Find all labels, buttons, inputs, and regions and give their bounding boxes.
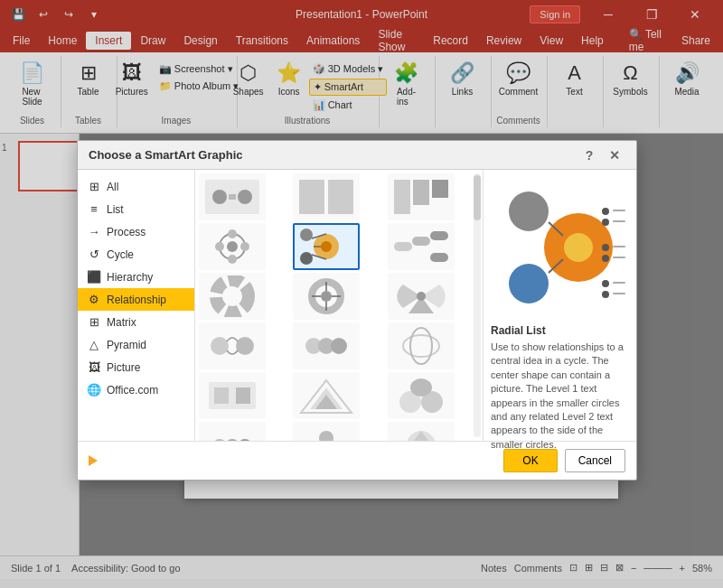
svg-point-10 bbox=[227, 241, 238, 252]
cat-relationship-label: Relationship bbox=[107, 294, 166, 306]
dialog-title: Choose a SmartArt Graphic bbox=[89, 148, 243, 162]
svg-point-57 bbox=[509, 264, 549, 303]
grid-item-8[interactable] bbox=[293, 273, 360, 320]
dialog-title-controls: ? ✕ bbox=[578, 145, 625, 166]
svg-rect-68 bbox=[613, 257, 625, 258]
ok-label: OK bbox=[522, 454, 538, 467]
grid-item-4[interactable] bbox=[199, 223, 266, 270]
svg-point-63 bbox=[602, 219, 609, 226]
grid-item-1[interactable] bbox=[199, 173, 266, 220]
picture-icon: 🖼 bbox=[87, 360, 101, 374]
svg-rect-8 bbox=[432, 180, 448, 198]
dialog-close-button[interactable]: ✕ bbox=[604, 145, 625, 166]
svg-rect-66 bbox=[613, 246, 625, 247]
grid-scroll bbox=[199, 173, 479, 441]
svg-point-67 bbox=[602, 255, 609, 262]
svg-rect-25 bbox=[430, 253, 448, 262]
svg-point-46 bbox=[410, 378, 432, 397]
category-panel: ⊞ All ≡ List → Process ↺ Cycle ⬛ Hiera bbox=[78, 170, 195, 441]
cat-relationship[interactable]: ⚙ Relationship bbox=[78, 288, 194, 311]
cat-list[interactable]: ≡ List bbox=[78, 198, 194, 220]
svg-point-49 bbox=[225, 439, 239, 441]
cat-process[interactable]: → Process bbox=[78, 220, 194, 243]
grid-item-10[interactable] bbox=[199, 322, 266, 369]
grid-item-14[interactable] bbox=[293, 372, 360, 419]
cat-all-label: All bbox=[107, 181, 118, 193]
cat-office-label: Office.com bbox=[107, 384, 158, 397]
svg-point-52 bbox=[319, 431, 333, 441]
grid-item-3[interactable] bbox=[388, 173, 455, 220]
svg-point-1 bbox=[212, 190, 227, 204]
scrollbar-thumb[interactable] bbox=[474, 175, 481, 220]
preview-graphic bbox=[491, 177, 630, 317]
cancel-label: Cancel bbox=[578, 454, 612, 467]
svg-rect-24 bbox=[430, 231, 448, 240]
grid-item-13[interactable] bbox=[199, 372, 266, 419]
process-icon: → bbox=[87, 225, 101, 238]
smartart-dialog-overlay: Choose a SmartArt Graphic ? ✕ ⊞ All ≡ Li… bbox=[0, 0, 723, 588]
dialog-title-bar: Choose a SmartArt Graphic ? ✕ bbox=[78, 141, 636, 170]
svg-point-34 bbox=[211, 337, 229, 355]
grid-item-12[interactable] bbox=[388, 322, 455, 369]
list-icon: ≡ bbox=[87, 202, 101, 216]
svg-point-12 bbox=[240, 242, 249, 251]
svg-rect-7 bbox=[413, 180, 429, 205]
svg-point-2 bbox=[238, 190, 252, 204]
grid-item-9[interactable] bbox=[388, 273, 455, 320]
svg-rect-42 bbox=[214, 387, 229, 404]
grid-item-18[interactable] bbox=[388, 422, 455, 441]
cat-cycle[interactable]: ↺ Cycle bbox=[78, 243, 194, 266]
grid-item-5[interactable] bbox=[293, 223, 360, 270]
preview-name: Radial List bbox=[491, 324, 629, 337]
svg-point-28 bbox=[321, 291, 332, 302]
cat-hierarchy[interactable]: ⬛ Hierarchy bbox=[78, 266, 194, 288]
ok-arrow-indicator bbox=[89, 455, 98, 466]
cat-all[interactable]: ⊞ All bbox=[78, 175, 194, 198]
grid-item-17[interactable] bbox=[293, 422, 360, 441]
svg-rect-62 bbox=[613, 210, 625, 211]
svg-rect-43 bbox=[236, 387, 250, 404]
svg-rect-23 bbox=[412, 237, 430, 246]
svg-point-50 bbox=[238, 439, 252, 441]
cat-pyramid-label: Pyramid bbox=[107, 339, 146, 351]
grid-item-6[interactable] bbox=[388, 223, 455, 270]
svg-point-38 bbox=[331, 338, 347, 354]
cat-picture[interactable]: 🖼 Picture bbox=[78, 356, 194, 378]
cat-matrix-label: Matrix bbox=[107, 316, 136, 329]
ok-button[interactable]: OK bbox=[503, 449, 557, 472]
cancel-button[interactable]: Cancel bbox=[565, 449, 625, 472]
grid-item-2[interactable] bbox=[293, 173, 360, 220]
grid-item-7[interactable] bbox=[199, 273, 266, 320]
svg-rect-72 bbox=[613, 293, 625, 294]
preview-description: Use to show relationships to a central i… bbox=[491, 341, 629, 452]
cat-hierarchy-label: Hierarchy bbox=[107, 271, 153, 284]
cat-office[interactable]: 🌐 Office.com bbox=[78, 378, 194, 401]
svg-point-18 bbox=[300, 252, 313, 265]
svg-point-39 bbox=[403, 335, 439, 357]
svg-point-71 bbox=[602, 291, 609, 298]
dialog-body: ⊞ All ≡ List → Process ↺ Cycle ⬛ Hiera bbox=[78, 170, 636, 441]
grid-item-15[interactable] bbox=[388, 372, 455, 419]
svg-rect-3 bbox=[229, 194, 236, 200]
cat-matrix[interactable]: ⊞ Matrix bbox=[78, 311, 194, 333]
svg-point-14 bbox=[215, 242, 224, 251]
svg-point-26 bbox=[216, 280, 249, 313]
svg-point-35 bbox=[236, 337, 254, 355]
all-icon: ⊞ bbox=[87, 180, 101, 193]
grid-item-16[interactable] bbox=[199, 422, 266, 441]
scrollbar-track[interactable] bbox=[474, 173, 481, 437]
matrix-icon: ⊞ bbox=[87, 315, 101, 329]
grid-item-11[interactable] bbox=[293, 322, 360, 369]
svg-point-58 bbox=[564, 233, 593, 262]
svg-rect-22 bbox=[394, 242, 412, 251]
svg-point-16 bbox=[321, 241, 332, 252]
cat-pyramid[interactable]: △ Pyramid bbox=[78, 333, 194, 356]
svg-point-61 bbox=[602, 208, 609, 215]
svg-rect-70 bbox=[613, 282, 625, 284]
svg-rect-64 bbox=[613, 220, 625, 222]
cat-cycle-label: Cycle bbox=[107, 248, 134, 261]
grid-panel bbox=[195, 170, 483, 441]
hierarchy-icon: ⬛ bbox=[87, 270, 101, 284]
svg-rect-6 bbox=[394, 180, 410, 214]
dialog-help-button[interactable]: ? bbox=[578, 145, 600, 166]
